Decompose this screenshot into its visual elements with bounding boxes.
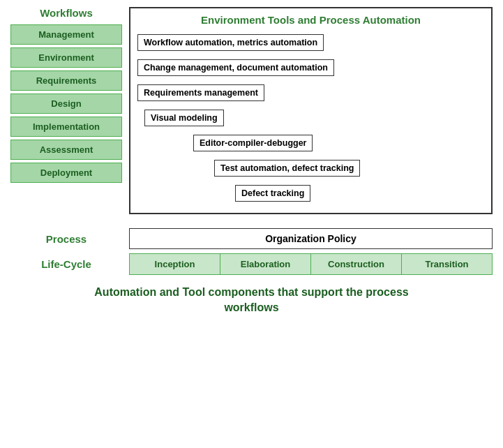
workflows-column: Workflows Management Environment Require…: [10, 7, 122, 214]
tool-row-assessment: Test automation, defect tracking: [137, 157, 484, 179]
phase-transition[interactable]: Transition: [402, 254, 492, 274]
top-section: Workflows Management Environment Require…: [10, 7, 493, 214]
tool-row-design: Visual modeling: [137, 107, 484, 129]
process-label: Process: [10, 233, 122, 245]
workflow-implementation[interactable]: Implementation: [10, 117, 122, 137]
lifecycle-row: Life-Cycle Inception Elaboration Constru…: [10, 253, 493, 275]
tool-row-requirements: Requirements management: [137, 82, 484, 104]
phase-elaboration[interactable]: Elaboration: [220, 254, 311, 274]
footer-line2: workflows: [224, 301, 278, 313]
tool-implementation: Editor-compiler-debugger: [193, 135, 313, 151]
process-row: Process Organization Policy: [10, 228, 493, 249]
tool-requirements: Requirements management: [137, 84, 264, 101]
tool-environment: Change management, document automation: [137, 59, 334, 76]
tool-row-deployment: Defect tracking: [137, 182, 484, 204]
tool-row-implementation: Editor-compiler-debugger: [137, 132, 484, 154]
tool-row-environment: Change management, document automation: [137, 57, 484, 79]
footer-line1: Automation and Tool components that supp…: [94, 286, 408, 298]
tool-deployment: Defect tracking: [235, 185, 310, 202]
tool-design: Visual modeling: [144, 110, 224, 126]
tool-assessment: Test automation, defect tracking: [214, 160, 360, 177]
workflow-environment[interactable]: Environment: [10, 47, 122, 68]
tools-column: Environment Tools and Process Automation…: [129, 7, 493, 214]
phase-inception[interactable]: Inception: [130, 254, 220, 274]
org-policy-box: Organization Policy: [129, 228, 493, 249]
lifecycle-label: Life-Cycle: [10, 258, 122, 270]
bottom-section: Process Organization Policy Life-Cycle I…: [10, 228, 493, 316]
workflow-assessment[interactable]: Assessment: [10, 140, 122, 160]
workflows-title: Workflows: [10, 7, 122, 19]
lifecycle-phases: Inception Elaboration Construction Trans…: [129, 253, 493, 275]
footer-text: Automation and Tool components that supp…: [10, 285, 493, 316]
workflow-deployment[interactable]: Deployment: [10, 163, 122, 183]
tool-row-management: Workflow automation, metrics automation: [137, 31, 484, 54]
tool-management: Workflow automation, metrics automation: [137, 34, 324, 51]
workflow-design[interactable]: Design: [10, 94, 122, 114]
workflow-requirements[interactable]: Requirements: [10, 70, 122, 91]
workflow-management[interactable]: Management: [10, 24, 122, 45]
phase-construction[interactable]: Construction: [311, 254, 402, 274]
tools-title: Environment Tools and Process Automation: [137, 14, 484, 26]
